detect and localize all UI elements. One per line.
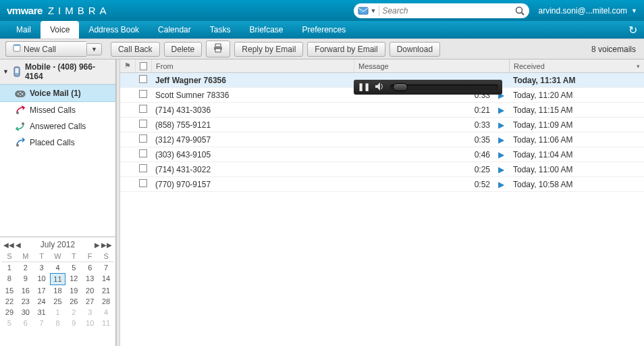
row-play-button[interactable]: ▶ <box>493 105 509 115</box>
cal-day[interactable]: 19 <box>65 285 82 296</box>
cal-day[interactable]: 16 <box>18 285 34 296</box>
row-checkbox[interactable] <box>135 149 151 159</box>
voicemail-row[interactable]: (303) 643-91050:46▶Today, 11:04 AM <box>120 147 644 162</box>
cal-day[interactable]: 9 <box>65 318 82 328</box>
cal-prev-month-icon[interactable]: ◀ <box>15 241 22 249</box>
list-col-received[interactable]: Received ▾ <box>509 59 644 72</box>
refresh-icon[interactable]: ↻ <box>628 24 637 36</box>
voicemail-row[interactable]: (714) 431-30360:21▶Today, 11:15 AM <box>120 103 644 118</box>
cal-prev-year-icon[interactable]: ◀◀ <box>3 241 15 249</box>
cal-day[interactable]: 11 <box>50 273 66 285</box>
tree-item-placed-calls[interactable]: Placed Calls <box>0 134 115 151</box>
row-play-button[interactable]: ▶ <box>493 150 509 159</box>
cal-day[interactable]: 30 <box>18 307 34 318</box>
cal-day[interactable]: 7 <box>34 318 50 328</box>
list-col-flag[interactable]: ⚑ <box>120 59 135 72</box>
row-play-button[interactable]: ▶ <box>493 120 509 130</box>
delete-button[interactable]: Delete <box>164 42 203 57</box>
cal-day[interactable]: 14 <box>98 273 114 285</box>
new-call-button[interactable]: New Call <box>5 41 86 57</box>
search-input[interactable] <box>382 6 514 16</box>
cal-day[interactable]: 3 <box>82 307 98 318</box>
tab-preferences[interactable]: Preferences <box>293 21 356 39</box>
cal-next-month-icon[interactable]: ▶ <box>94 241 101 249</box>
cal-day[interactable]: 20 <box>82 285 98 296</box>
cal-day[interactable]: 31 <box>34 307 50 318</box>
tab-calendar[interactable]: Calendar <box>149 21 200 39</box>
tab-briefcase[interactable]: Briefcase <box>240 21 292 39</box>
cal-day[interactable]: 9 <box>18 273 34 285</box>
cal-day[interactable]: 2 <box>18 262 34 273</box>
cal-day[interactable]: 28 <box>98 296 114 307</box>
voicemail-row[interactable]: (312) 479-90570:35▶Today, 11:06 AM <box>120 132 644 147</box>
cal-next-year-icon[interactable]: ▶▶ <box>101 241 113 249</box>
cal-day[interactable]: 15 <box>1 285 18 296</box>
cal-day[interactable]: 17 <box>34 285 50 296</box>
cal-day[interactable]: 29 <box>1 307 18 318</box>
cal-day[interactable]: 7 <box>98 262 114 273</box>
cal-day[interactable]: 25 <box>50 296 66 307</box>
row-checkbox[interactable] <box>135 179 151 189</box>
cal-day[interactable]: 2 <box>65 307 82 318</box>
cal-day[interactable]: 3 <box>34 262 50 273</box>
tab-tasks[interactable]: Tasks <box>200 21 240 39</box>
voicemail-row[interactable]: (770) 970-91570:52▶Today, 10:58 AM <box>120 177 644 192</box>
row-checkbox[interactable] <box>135 120 151 130</box>
tree-item-answered-calls[interactable]: Answered Calls <box>0 118 115 134</box>
row-play-button[interactable]: ▶ <box>493 180 509 189</box>
row-play-button[interactable]: ▶ <box>493 165 509 174</box>
audio-player[interactable]: ❚❚ <box>354 80 502 95</box>
cal-day[interactable]: 10 <box>82 318 98 328</box>
voicemail-row[interactable]: (714) 431-30220:25▶Today, 11:00 AM <box>120 162 644 177</box>
cal-day[interactable]: 12 <box>65 273 82 285</box>
cal-day[interactable]: 11 <box>98 318 114 328</box>
cal-day[interactable]: 6 <box>82 262 98 273</box>
user-menu[interactable]: arvind.soni@...mitel.com ▼ <box>539 6 637 16</box>
cal-day[interactable]: 23 <box>18 296 34 307</box>
cal-day[interactable]: 22 <box>1 296 18 307</box>
voicemail-row[interactable]: Jeff Wagner 76356❚❚Today, 11:31 AM <box>120 73 644 88</box>
cal-day[interactable]: 8 <box>50 318 66 328</box>
tree-item-voicemail[interactable]: Voice Mail (1) <box>0 84 115 102</box>
row-checkbox[interactable] <box>135 90 151 100</box>
list-col-message[interactable]: Message <box>354 59 509 72</box>
row-checkbox[interactable] <box>135 75 151 85</box>
cal-day[interactable]: 5 <box>65 262 82 273</box>
search-scope-dropdown[interactable]: ▼ <box>358 5 380 16</box>
cal-day[interactable]: 24 <box>34 296 50 307</box>
search-icon[interactable] <box>514 5 525 16</box>
cal-day[interactable]: 10 <box>34 273 50 285</box>
row-checkbox[interactable] <box>135 134 151 145</box>
cal-day[interactable]: 1 <box>50 307 66 318</box>
new-call-dropdown[interactable]: ▼ <box>86 43 102 55</box>
cal-day[interactable]: 18 <box>50 285 66 296</box>
cal-day[interactable]: 26 <box>65 296 82 307</box>
print-button[interactable] <box>206 41 230 57</box>
player-track[interactable] <box>390 84 498 90</box>
cal-day[interactable]: 8 <box>1 273 18 285</box>
cal-day[interactable]: 4 <box>50 262 66 273</box>
search-box[interactable]: ▼ <box>354 3 529 18</box>
cal-day[interactable]: 1 <box>1 262 18 273</box>
download-button[interactable]: Download <box>390 42 440 57</box>
row-checkbox[interactable] <box>135 164 151 174</box>
list-col-checkbox[interactable] <box>135 59 151 72</box>
pause-icon[interactable]: ❚❚ <box>358 82 370 91</box>
row-checkbox[interactable] <box>135 105 151 115</box>
call-back-button[interactable]: Call Back <box>111 42 160 57</box>
cal-day[interactable]: 13 <box>82 273 98 285</box>
forward-by-email-button[interactable]: Forward by Email <box>307 42 385 57</box>
volume-icon[interactable] <box>375 82 385 92</box>
row-play-button[interactable]: ▶ <box>493 135 509 145</box>
tab-voice[interactable]: Voice <box>41 21 79 39</box>
cal-day[interactable]: 27 <box>82 296 98 307</box>
reply-by-email-button[interactable]: Reply by Email <box>234 42 303 57</box>
cal-day[interactable]: 4 <box>98 307 114 318</box>
cal-day[interactable]: 6 <box>18 318 34 328</box>
cal-day[interactable]: 21 <box>98 285 114 296</box>
list-col-from[interactable]: From <box>151 59 354 72</box>
cal-day[interactable]: 5 <box>1 318 18 328</box>
player-thumb[interactable] <box>393 83 408 91</box>
tab-mail[interactable]: Mail <box>7 21 41 39</box>
tree-item-missed-calls[interactable]: Missed Calls <box>0 102 115 118</box>
